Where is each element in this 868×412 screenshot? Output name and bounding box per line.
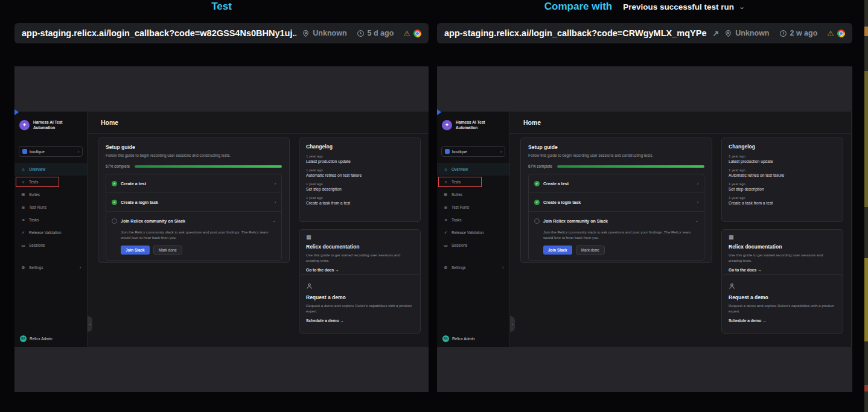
grid-icon: ▦ [306, 235, 413, 240]
user-menu[interactable]: RA Relicx Admin [437, 335, 509, 347]
setup-item-create-login-task[interactable]: ✓ Create a login task › [529, 193, 704, 211]
minimap-segment [864, 258, 868, 341]
sidebar-item-overview[interactable]: ⌂ Overview [14, 163, 87, 176]
captured-app-page: ✦ Harness AI Test Automation boutique › … [437, 112, 851, 347]
sidebar-item-test-runs[interactable]: ≣ Test Runs [437, 201, 509, 214]
app-sidebar: ✦ Harness AI Test Automation boutique › … [14, 112, 88, 347]
minimap-strip[interactable] [864, 0, 868, 412]
project-selector[interactable]: boutique › [441, 146, 505, 157]
sidebar-item-suites[interactable]: ⊞ Suites [14, 188, 87, 201]
compare-run-selector[interactable]: Previous successful test run ⌄ [623, 2, 745, 11]
check-circle-icon: ✓ [112, 181, 117, 186]
sidebar-item-test-runs[interactable]: ≣ Test Runs [14, 201, 87, 214]
setup-guide-subtitle: Follow this guide to begin recording use… [106, 153, 282, 157]
sidebar-item-tasks[interactable]: ≡ Tasks [14, 214, 87, 226]
sidebar-item-label: Suites [29, 192, 40, 197]
sidebar-collapse-handle[interactable]: ‹ [510, 316, 515, 332]
warning-icon: ⚠ [403, 29, 410, 38]
sidebar-item-release-validation[interactable]: ✓ Release Validation [14, 226, 87, 239]
brand-line2: Automation [33, 125, 62, 130]
location-pin-icon [302, 30, 310, 37]
setup-guide-card: Setup guide Follow this guide to begin r… [98, 138, 290, 263]
setup-item-join-slack[interactable]: Join Relicx community on Slack ⌄ [529, 212, 704, 230]
check-icon: ✓ [21, 230, 26, 235]
sidebar-item-label: Settings [29, 265, 43, 270]
documentation-title: Relicx documentation [306, 244, 413, 250]
progress-bar [557, 165, 704, 168]
join-slack-button[interactable]: Join Slack [543, 246, 572, 255]
sidebar-item-overview[interactable]: ⌂ Overview [437, 163, 509, 176]
compare-run-selector-label: Previous successful test run [623, 2, 734, 11]
request-demo-text: Request a demo and explore Relicx's capa… [729, 303, 836, 314]
sidebar-item-label: Sessions [29, 243, 45, 247]
chevron-down-icon: ⌄ [272, 218, 276, 223]
minimap-segment [864, 385, 868, 391]
join-slack-button[interactable]: Join Slack [121, 246, 150, 255]
user-avatar: RA [20, 335, 27, 342]
changelog-entry-age: 1 year ago [729, 182, 836, 186]
sidebar-item-label: Release Validation [452, 230, 484, 235]
setup-item-create-test[interactable]: ✓ Create a test › [529, 174, 704, 192]
schedule-demo-link[interactable]: Schedule a demo → [729, 319, 836, 323]
capture-meta: Unknown 5 d ago ⚠ [302, 29, 421, 38]
flask-icon: ▿ [443, 180, 448, 185]
gear-icon: ⚙ [443, 265, 448, 270]
setup-item-create-test[interactable]: ✓ Create a test › [106, 174, 281, 192]
sidebar-item-label: Overview [29, 167, 45, 171]
right-panel-title: Compare with [544, 1, 612, 13]
grid-icon: ⊞ [21, 192, 26, 197]
sidebar-item-settings[interactable]: ⚙ Settings › [14, 261, 87, 274]
changelog-entry-text: Set step description [306, 187, 413, 191]
project-name: boutique [30, 150, 45, 154]
changelog-entry-text: Create a task from a test [729, 201, 836, 205]
setup-item-join-slack[interactable]: Join Relicx community on Slack ⌄ [106, 212, 281, 230]
left-panel-title: Test [14, 1, 429, 13]
minimap-segment [864, 71, 868, 207]
go-to-docs-link[interactable]: Go to the docs → [729, 268, 836, 272]
mark-done-button[interactable]: Mark done [576, 246, 605, 255]
changelog-entry-age: 1 year ago [306, 196, 413, 200]
request-demo-card: Request a demo Request a demo and explor… [721, 274, 843, 334]
sidebar-item-release-validation[interactable]: ✓ Release Validation [437, 226, 509, 239]
sidebar-item-label: Sessions [452, 243, 467, 247]
sidebar-item-sessions[interactable]: ▭ Sessions [437, 239, 509, 252]
time-ago-label: 5 d ago [368, 29, 394, 37]
chevron-right-icon: › [697, 182, 698, 186]
selection-marker-icon [14, 109, 19, 115]
app-brand-text: Harness AI Test Automation [33, 119, 62, 130]
sidebar-item-tests[interactable]: ▿ Tests [437, 176, 509, 188]
person-icon [306, 283, 413, 291]
empty-circle-icon [534, 218, 540, 224]
documentation-text: Use this guide to get started recording … [729, 252, 836, 264]
screenshot-viewport-right: ✦ Harness AI Test Automation boutique › … [437, 66, 852, 392]
setup-item-create-login-task[interactable]: ✓ Create a login task › [106, 193, 281, 211]
project-selector[interactable]: boutique › [19, 146, 83, 157]
chrome-browser-icon [837, 30, 845, 37]
changelog-entry-text: Latest production update [306, 159, 413, 163]
chevron-right-icon: › [275, 200, 276, 204]
project-icon [22, 149, 27, 154]
location-label: Unknown [313, 29, 346, 37]
chevron-right-icon: › [697, 200, 698, 204]
location-label: Unknown [735, 29, 769, 37]
external-link-icon[interactable]: ↗ [712, 29, 719, 38]
mark-done-button[interactable]: Mark done [153, 246, 182, 255]
sidebar-item-tests[interactable]: ▿ Tests [14, 176, 87, 188]
sidebar-item-tasks[interactable]: ≡ Tasks [437, 214, 509, 226]
sidebar-nav: ⌂ Overview ▿ Tests ⊞ Suites ≣ Test Runs … [14, 163, 87, 274]
user-name: Relicx Admin [452, 337, 475, 341]
schedule-demo-link[interactable]: Schedule a demo → [306, 319, 413, 323]
sidebar-item-suites[interactable]: ⊞ Suites [437, 188, 509, 201]
go-to-docs-link[interactable]: Go to the docs → [306, 268, 413, 272]
changelog-card: Changelog 1 year ago Latest production u… [721, 138, 843, 222]
tasks-icon: ≡ [443, 218, 448, 222]
changelog-entry: 1 year ago Create a task from a test [729, 196, 836, 205]
changelog-title: Changelog [729, 144, 836, 150]
sidebar-item-label: Tests [452, 180, 461, 184]
progress-label: 67% complete [528, 164, 552, 168]
sidebar-collapse-handle[interactable]: ‹ [88, 316, 92, 332]
user-menu[interactable]: RA Relicx Admin [14, 335, 87, 347]
sidebar-item-sessions[interactable]: ▭ Sessions [14, 239, 87, 252]
sidebar-item-settings[interactable]: ⚙ Settings › [437, 261, 509, 274]
sidebar-item-label: Tasks [29, 218, 39, 222]
